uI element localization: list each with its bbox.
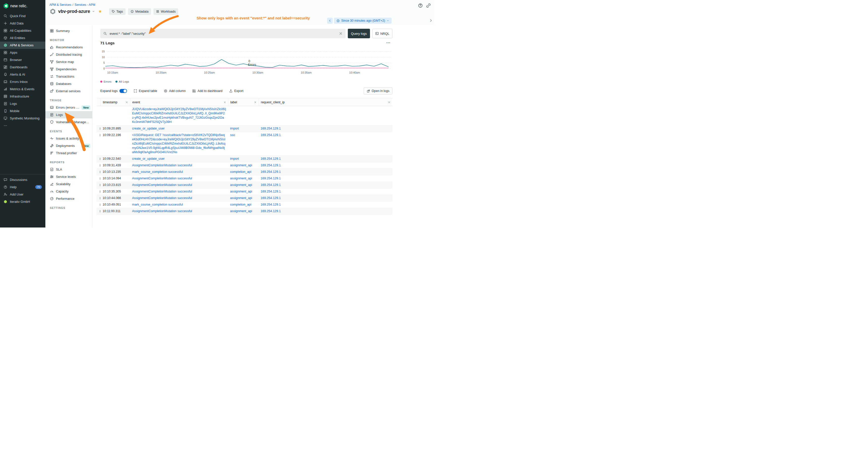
log-row-handle-icon[interactable] <box>100 128 100 130</box>
time-back-button[interactable] <box>327 18 333 24</box>
log-ip-link[interactable]: 169.254.129.1 <box>260 170 281 174</box>
column-header-label[interactable]: label <box>228 98 258 106</box>
column-header-request-client-ip[interactable]: request_client_ip <box>258 98 393 106</box>
help-circle-icon[interactable] <box>418 3 423 8</box>
subnav-item-dependencies[interactable]: Dependencies <box>45 65 92 73</box>
legend-item-errors[interactable]: Errors <box>100 80 112 83</box>
log-event-link[interactable]: AssignmentCompletionMutation successful <box>132 196 192 200</box>
sidebar-item-infrastructure[interactable]: Infrastructure <box>0 93 45 100</box>
sidebar-item-alerts-ai[interactable]: Alerts & AI <box>0 71 45 78</box>
sidebar-item-help[interactable]: Help70 <box>0 184 45 191</box>
log-row-handle-icon[interactable] <box>100 177 100 180</box>
log-row[interactable]: 10:09:22.196<ASGIRequest: GET '/sso/call… <box>96 132 393 156</box>
log-ip-link[interactable]: 169.254.129.1 <box>260 176 281 181</box>
log-event-link[interactable]: AssignmentCompletionMutation successful <box>132 209 192 214</box>
sidebar-item-add-data[interactable]: Add Data <box>0 20 45 27</box>
tags-button[interactable]: Tags <box>109 8 125 15</box>
workloads-button[interactable]: Workloads <box>154 8 178 15</box>
log-label-link[interactable]: assignment_api <box>230 183 252 187</box>
log-row-handle-icon[interactable] <box>100 171 100 173</box>
log-label-link[interactable]: assignment_api <box>230 176 252 181</box>
log-event-link[interactable]: <ASGIRequest: GET '/sso/callback/?state=… <box>132 133 226 155</box>
log-label-link[interactable]: assignment_api <box>230 190 252 194</box>
subnav-item-distributed-tracing[interactable]: Distributed tracing <box>45 51 92 58</box>
subnav-item-performance[interactable]: Performance <box>45 195 92 202</box>
sidebar-item-dashboards[interactable]: Dashboards <box>0 64 45 71</box>
sidebar-item-apm-services[interactable]: APM & Services <box>0 41 45 49</box>
sidebar-item-mobile[interactable]: Mobile <box>0 107 45 115</box>
remove-column-icon[interactable] <box>125 101 128 103</box>
log-row-handle-icon[interactable] <box>100 164 100 166</box>
log-ip-link[interactable]: 169.254.129.1 <box>260 183 281 187</box>
remove-column-icon[interactable] <box>254 101 256 103</box>
sidebar-item-add-user[interactable]: Add User <box>0 191 45 198</box>
sidebar-item-iterativ-gmbh[interactable]: Iterativ GmbH <box>0 198 45 205</box>
log-row[interactable]: 10:10:35.305AssignmentCompletionMutation… <box>96 189 393 195</box>
log-row[interactable]: 10:09:31.439AssignmentCompletionMutation… <box>96 162 393 169</box>
sidebar-item-browser[interactable]: Browser <box>0 56 45 64</box>
subnav-item-capacity[interactable]: Capacity <box>45 188 92 195</box>
remove-column-icon[interactable] <box>223 101 226 103</box>
log-row[interactable]: 10:09:20.895create_or_update_userimport1… <box>96 126 393 132</box>
subnav-item-databases[interactable]: Databases <box>45 80 92 88</box>
log-row-handle-icon[interactable] <box>100 210 100 213</box>
subnav-item-thread-profiler[interactable]: Thread profiler <box>45 150 92 157</box>
subnav-item-issues-activity[interactable]: Issues & activity <box>45 135 92 142</box>
log-row-handle-icon[interactable] <box>100 197 100 199</box>
column-header-event[interactable]: event <box>130 98 228 106</box>
log-row[interactable]: 10:10:13.235mark_course_completion succe… <box>96 169 393 175</box>
sidebar-item-quick-find[interactable]: Quick Find <box>0 12 45 20</box>
log-ip-link[interactable]: 169.254.129.1 <box>260 127 281 131</box>
log-label-link[interactable]: assignment_api <box>230 209 252 214</box>
log-query-input[interactable] <box>109 32 337 36</box>
logs-more-menu-icon[interactable]: … <box>386 39 391 44</box>
subnav-item-scalability[interactable]: Scalability <box>45 181 92 188</box>
log-event-link[interactable]: create_or_update_user <box>132 127 164 131</box>
log-ip-link[interactable]: 169.254.129.1 <box>260 157 281 161</box>
subnav-item-external-services[interactable]: External services <box>45 88 92 95</box>
log-event-link[interactable]: JUQVU&code=eyJraWQiOiJjcGltY29yZV8wOTl1M… <box>132 107 226 124</box>
add-to-dashboard-button[interactable]: Add to dashboard <box>192 89 222 93</box>
log-event-link[interactable]: mark_course_completion successful <box>132 170 183 174</box>
log-ip-link[interactable]: 169.254.129.1 <box>260 209 281 214</box>
log-label-link[interactable]: import <box>230 127 239 131</box>
log-event-link[interactable]: mark_course_completion successful <box>132 202 183 207</box>
log-event-link[interactable]: create_or_update_user <box>132 157 164 161</box>
log-row[interactable]: 10:11:00.311AssignmentCompletionMutation… <box>96 208 393 215</box>
subnav-item-vulnerability-management[interactable]: Vulnerability Management <box>45 119 92 126</box>
log-label-link[interactable]: assignment_api <box>230 163 252 167</box>
sidebar-item-discussions[interactable]: Discussions <box>0 176 45 184</box>
clear-query-icon[interactable] <box>339 32 342 35</box>
open-in-logs-button[interactable]: Open in logs <box>364 88 393 95</box>
export-button[interactable]: Export <box>229 89 244 93</box>
subnav-item-service-map[interactable]: Service map <box>45 58 92 65</box>
expand-table-button[interactable]: Expand table <box>133 89 157 93</box>
subnav-item-recommendations[interactable]: Recommendations <box>45 43 92 51</box>
log-row-handle-icon[interactable] <box>100 158 100 160</box>
log-ip-link[interactable]: 169.254.129.1 <box>260 202 281 207</box>
log-ip-link[interactable]: 169.254.129.1 <box>260 133 281 137</box>
add-column-button[interactable]: Add column <box>164 89 186 93</box>
log-row[interactable]: 10:10:49.051mark_course_completion succe… <box>96 201 393 208</box>
log-ip-link[interactable]: 169.254.129.1 <box>260 190 281 194</box>
log-ip-link[interactable]: 169.254.129.1 <box>260 163 281 167</box>
log-event-link[interactable]: AssignmentCompletionMutation successful <box>132 183 192 187</box>
sidebar-item-errors-inbox[interactable]: Errors Inbox <box>0 78 45 86</box>
subnav-item-errors-errors-inb[interactable]: Errors (errors inb...New <box>45 104 92 111</box>
log-row-handle-icon[interactable] <box>100 191 100 193</box>
log-label-link[interactable]: completion_api <box>230 170 251 174</box>
newrelic-logo[interactable]: new relic. <box>0 0 45 11</box>
sidebar-item-apps[interactable]: Apps <box>0 49 45 56</box>
subnav-item-summary[interactable]: Summary <box>45 27 92 34</box>
permalink-icon[interactable] <box>426 3 431 8</box>
log-label-link[interactable]: completion_api <box>230 202 251 207</box>
breadcrumb-link-services-apm[interactable]: Services - APM <box>74 3 95 6</box>
log-row-handle-icon[interactable] <box>100 134 100 136</box>
breadcrumb-link-apm-services[interactable]: APM & Services <box>50 3 71 6</box>
collapse-panel-chevron-icon[interactable] <box>429 19 433 23</box>
time-range-button[interactable]: Since 30 minutes ago (GMT+2) <box>334 18 392 24</box>
entity-dropdown-caret-icon[interactable] <box>92 10 95 13</box>
sidebar-item-all-entities[interactable]: All Entities <box>0 34 45 41</box>
sidebar-item-more[interactable] <box>0 122 45 129</box>
log-row[interactable]: 10:10:44.066AssignmentCompletionMutation… <box>96 195 393 201</box>
